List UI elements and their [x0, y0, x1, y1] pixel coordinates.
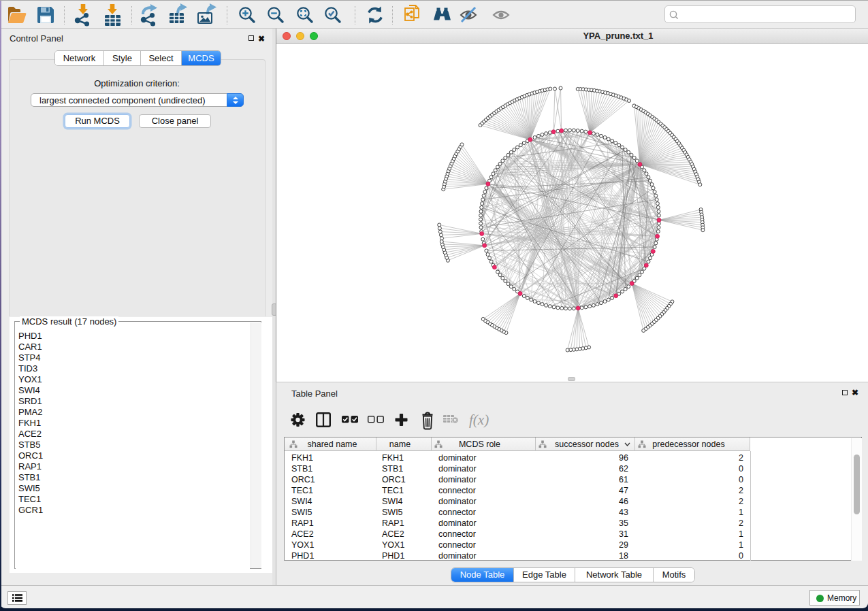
svg-text:f(x): f(x) — [469, 412, 489, 428]
